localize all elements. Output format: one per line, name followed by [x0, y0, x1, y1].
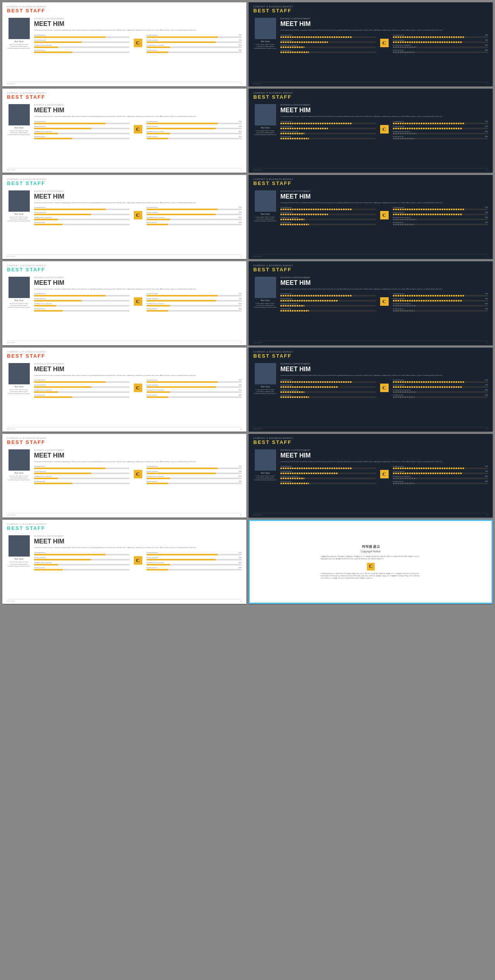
- slide-1: COMPANY & BUSINESS MARKET BEST STAFF Ron…: [2, 2, 246, 86]
- slide-1-content: Ron Tock ipsum Lorem dolor sit amet, con…: [7, 18, 242, 80]
- slide-4: COMPANY & BUSINESS MARKET BEST STAFF Ron…: [249, 89, 493, 173]
- biz-label: BUSINESS & ENTERTAINMENT: [34, 18, 242, 20]
- slide-10: COMPANY & BUSINESS MARKET BEST STAFF Ron…: [249, 348, 493, 432]
- skill-r3: Feedback from customers 25%: [147, 44, 242, 48]
- copyright-title-kr: 저작권 공고: [362, 544, 380, 549]
- photo-block: Ron Tock ipsum Lorem dolor sit amet, con…: [7, 18, 31, 80]
- slide-11: COMPANY & BUSINESS MARKET BEST STAFF Ron…: [2, 434, 246, 518]
- slide-2-header: COMPANY & BUSINESS MARKET BEST STAFF: [253, 5, 488, 13]
- copyright-text-2: 1. PPT(PowerPoint): 이 사용규칙은 PPT 파일에 포함된 …: [321, 573, 421, 580]
- badge-area: C: [133, 34, 143, 80]
- slide-13: COMPANY & BUSINESS MARKET BEST STAFF Ron…: [2, 520, 246, 604]
- copyright-text: 이 템플릿(PowerPoint)은 저작권법의 보호를 받는 저작물입니다. …: [321, 556, 421, 560]
- skills-col-right: Competitiveness 75% Growth achieved 73%: [147, 34, 242, 80]
- slide-2-content: Ron Tock Lorem ipsum dolor sit amet, con…: [253, 18, 488, 80]
- slide-grid: COMPANY & BUSINESS MARKET BEST STAFF Ron…: [0, 0, 495, 606]
- slide-5: COMPANY & BUSINESS MARKET BEST STAFF Ron…: [2, 175, 246, 259]
- slide-6: COMPANY & BUSINESS MARKET BEST STAFF Ron…: [249, 175, 493, 259]
- skill-competitiveness: Competitiveness: [34, 34, 130, 38]
- slide-8: COMPANY & BUSINESS MARKET BEST STAFF Ron…: [249, 261, 493, 345]
- lorem-text: Lorem ipsum dolor sit amet, consectetur …: [34, 29, 242, 31]
- copyright-subtitle: Copyright Notice: [361, 550, 381, 553]
- slide-12: COMPANY & BUSINESS MARKET BEST STAFF Ron…: [249, 434, 493, 518]
- slide-1-footer: REPORT 2: [7, 82, 242, 85]
- person-name: Ron Tock: [15, 40, 24, 43]
- skill-r4: Growth promise 23%: [147, 49, 242, 53]
- photo-box: [9, 18, 30, 39]
- skills-col-left: Competitiveness Growth achieved Feedback…: [34, 34, 130, 80]
- brand-title: BEST STAFF: [7, 8, 242, 13]
- slide-copyright: 저작권 공고 Copyright Notice 이 템플릿(PowerPoint…: [249, 520, 493, 604]
- skill-growth-promise: Growth promise: [34, 49, 130, 53]
- slide-3: COMPANY & BUSINESS MARKET BEST STAFF Ron…: [2, 89, 246, 173]
- slide-2: COMPANY & BUSINESS MARKET BEST STAFF Ron…: [249, 2, 493, 86]
- skill-growth: Growth achieved: [34, 39, 130, 43]
- main-content: BUSINESS & ENTERTAINMENT MEET HIM Lorem …: [34, 18, 242, 80]
- skills-row: Competitiveness Growth achieved Feedback…: [34, 34, 242, 80]
- copyright-badge: C: [367, 563, 375, 571]
- slide-9: COMPANY & BUSINESS MARKET BEST STAFF Ron…: [2, 348, 246, 432]
- skill-feedback: Feedback from customers: [34, 44, 130, 48]
- meet-title: MEET HIM: [34, 21, 242, 27]
- badge-icon: C: [134, 39, 142, 47]
- skill-r2: Growth achieved 73%: [147, 39, 242, 43]
- slide-1-header: COMPANY & BUSINESS MARKET BEST STAFF: [7, 5, 242, 13]
- skill-r1: Competitiveness 75%: [147, 34, 242, 38]
- photo-desc: ipsum Lorem dolor sit amet, consectetur …: [7, 43, 31, 50]
- slide-7: COMPANY & BUSINESS MARKET BEST STAFF Ron…: [2, 261, 246, 345]
